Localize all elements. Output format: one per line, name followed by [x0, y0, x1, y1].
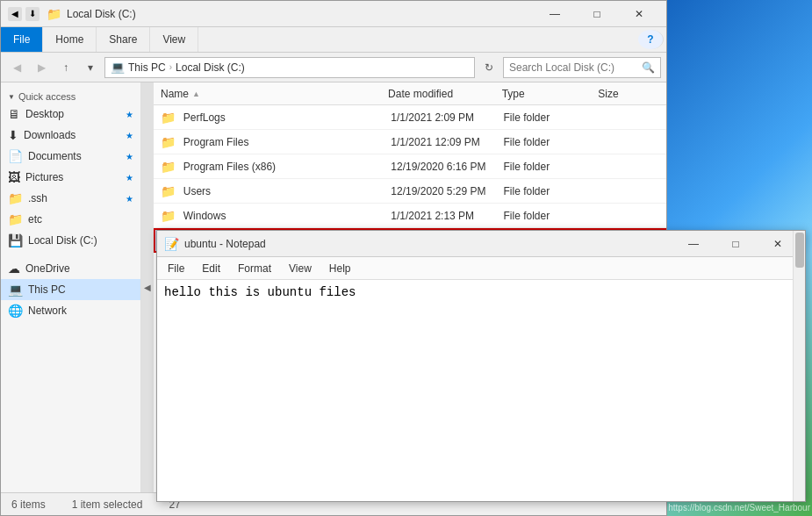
notepad-menu-format[interactable]: Format — [231, 261, 278, 276]
file-name-windows: Windows — [183, 210, 392, 222]
refresh-button[interactable]: ↻ — [478, 57, 499, 78]
folder-icon-programfiles-x86: 📁 — [161, 160, 178, 174]
address-chevron: › — [169, 62, 172, 72]
sidebar-item-thispc[interactable]: 💻 This PC — [1, 279, 140, 300]
notepad-scrollbar[interactable] — [793, 280, 805, 501]
title-bar-quick-access: ◀ ⬇ — [8, 7, 40, 21]
address-pc-label: This PC — [128, 61, 166, 74]
sidebar-item-ssh[interactable]: 📁 .ssh ★ — [1, 188, 140, 209]
file-name-programfiles: Program Files — [183, 136, 392, 148]
sidebar-item-downloads[interactable]: ⬇ Downloads ★ — [1, 125, 140, 146]
tab-file[interactable]: File — [1, 27, 43, 52]
pin-icon-5: ★ — [126, 194, 133, 204]
column-type[interactable]: Type — [502, 88, 599, 100]
maximize-button[interactable]: □ — [577, 1, 617, 27]
folder-icon-users: 📁 — [161, 184, 178, 198]
quick-access-header: ▼ Quick access — [1, 86, 140, 104]
notepad-window: 📝 ubuntu - Notepad — □ ✕ File Edit Forma… — [156, 230, 806, 502]
watermark: https://blog.csdn.net/Sweet_Harbour — [668, 503, 810, 512]
back-icon: ◀ — [8, 7, 22, 21]
file-type-users: File folder — [504, 185, 599, 197]
forward-icon: ⬇ — [25, 7, 40, 21]
title-controls: — □ ✕ — [535, 1, 659, 27]
file-type-perflogs: File folder — [504, 111, 599, 124]
desktop-icon: 🖥 — [8, 107, 20, 121]
notepad-title-controls: — □ ✕ — [673, 231, 798, 257]
tab-view[interactable]: View — [150, 27, 198, 52]
explorer-title: Local Disk (C:) — [67, 8, 535, 20]
file-date-programfiles: 1/1/2021 12:09 PM — [391, 136, 503, 148]
notepad-content[interactable]: hello this is ubuntu files — [157, 280, 805, 501]
name-col-label: Name — [161, 88, 189, 100]
folder-icon-perflogs: 📁 — [161, 111, 178, 125]
sidebar-item-onedrive[interactable]: ☁ OneDrive — [1, 258, 140, 279]
ribbon-tabs: File Home Share View ? — [1, 27, 666, 52]
back-button[interactable]: ◀ — [6, 57, 27, 78]
pin-icon-3: ★ — [126, 152, 133, 161]
notepad-menu-edit[interactable]: Edit — [195, 261, 227, 276]
notepad-menu-file[interactable]: File — [161, 261, 191, 276]
sidebar-item-documents[interactable]: 📄 Documents ★ — [1, 146, 140, 167]
minimize-button[interactable]: — — [535, 1, 575, 27]
file-row-windows[interactable]: 📁 Windows 1/1/2021 2:13 PM File folder — [154, 204, 666, 228]
notepad-menu-view[interactable]: View — [282, 261, 319, 276]
file-row-programfiles-x86[interactable]: 📁 Program Files (x86) 12/19/2020 6:16 PM… — [154, 154, 666, 179]
tab-share[interactable]: Share — [97, 27, 150, 52]
column-size[interactable]: Size — [598, 88, 659, 100]
selected-count: 1 item selected — [72, 498, 143, 511]
forward-button[interactable]: ▶ — [31, 57, 52, 78]
sidebar-collapse-button[interactable]: ◀ — [141, 82, 154, 492]
onedrive-icon: ☁ — [8, 262, 20, 276]
file-row-perflogs[interactable]: 📁 PerfLogs 1/1/2021 2:09 PM File folder — [154, 105, 666, 130]
file-list-header: Name ▲ Date modified Type Size — [154, 82, 666, 105]
address-pc-icon: 💻 — [111, 61, 125, 74]
recent-locations-button[interactable]: ▾ — [80, 57, 101, 78]
sort-indicator: ▲ — [192, 90, 200, 98]
address-path[interactable]: 💻 This PC › Local Disk (C:) — [104, 57, 475, 78]
search-input[interactable] — [509, 61, 638, 74]
notepad-app-icon: 📝 — [164, 237, 179, 251]
quick-access-chevron: ▼ — [8, 93, 15, 101]
file-name-perflogs: PerfLogs — [183, 111, 392, 124]
sidebar-item-network[interactable]: 🌐 Network — [1, 300, 140, 321]
notepad-menu-help[interactable]: Help — [322, 261, 358, 276]
notepad-maximize-button[interactable]: □ — [715, 231, 756, 257]
file-type-programfiles: File folder — [504, 136, 599, 148]
sidebar: ▼ Quick access 🖥 Desktop ★ ⬇ Downloads ★… — [1, 82, 141, 492]
localdisk-icon: 💾 — [8, 233, 23, 247]
pin-icon-4: ★ — [126, 173, 133, 183]
up-button[interactable]: ↑ — [55, 57, 76, 78]
address-drive-label: Local Disk (C:) — [176, 61, 245, 74]
ribbon: File Home Share View ? — [1, 27, 666, 53]
pin-icon-2: ★ — [126, 131, 133, 140]
file-date-users: 12/19/2020 5:29 PM — [391, 185, 503, 197]
downloads-icon: ⬇ — [8, 128, 18, 142]
network-icon: 🌐 — [8, 304, 23, 318]
close-button[interactable]: ✕ — [619, 1, 659, 27]
quick-access-label: Quick access — [18, 91, 75, 102]
notepad-minimize-button[interactable]: — — [673, 231, 714, 257]
sidebar-item-desktop[interactable]: 🖥 Desktop ★ — [1, 104, 140, 125]
sidebar-item-localdisk[interactable]: 💾 Local Disk (C:) — [1, 230, 140, 251]
item-count: 6 items — [11, 498, 46, 511]
folder-icon-programfiles: 📁 — [161, 135, 178, 149]
documents-icon: 📄 — [8, 149, 23, 163]
file-row-programfiles[interactable]: 📁 Program Files 1/1/2021 12:09 PM File f… — [154, 130, 666, 154]
search-icon: 🔍 — [642, 61, 655, 74]
column-date-modified[interactable]: Date modified — [388, 88, 502, 100]
notepad-text: hello this is ubuntu files — [164, 285, 356, 299]
pictures-icon: 🖼 — [8, 170, 20, 184]
ribbon-help-button[interactable]: ? — [638, 30, 664, 49]
column-name[interactable]: Name ▲ — [161, 88, 388, 100]
tab-home[interactable]: Home — [43, 27, 97, 52]
notepad-title-text: ubuntu - Notepad — [184, 238, 668, 250]
sidebar-item-etc[interactable]: 📁 etc — [1, 209, 140, 230]
file-name-programfiles-x86: Program Files (x86) — [183, 161, 392, 173]
search-box[interactable]: 🔍 — [503, 57, 661, 78]
sidebar-item-pictures[interactable]: 🖼 Pictures ★ — [1, 167, 140, 188]
ssh-folder-icon: 📁 — [8, 191, 23, 205]
notepad-menu: File Edit Format View Help — [157, 257, 805, 280]
title-folder-icon: 📁 — [47, 7, 61, 21]
file-row-users[interactable]: 📁 Users 12/19/2020 5:29 PM File folder — [154, 179, 666, 204]
folder-icon-windows: 📁 — [161, 209, 178, 223]
